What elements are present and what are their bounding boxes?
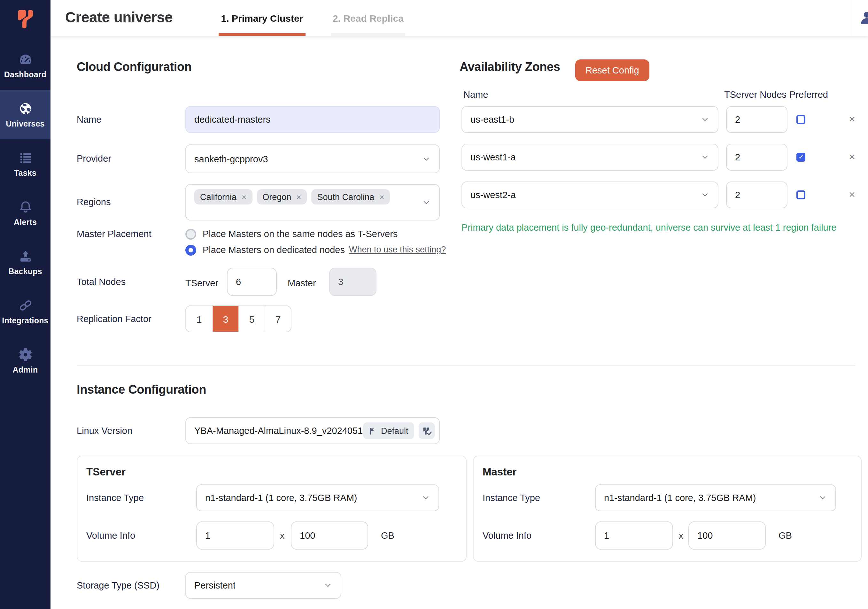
name-value: dedicated-masters [194,115,271,125]
az-node-count-input[interactable]: 2 [726,144,787,170]
sidebar-item-backups[interactable]: Backups [0,238,51,287]
sidebar-item-universes[interactable]: Universes [0,90,51,139]
sidebar-item-label: Tasks [14,169,36,178]
rf-option-5[interactable]: 5 [239,306,265,332]
rf-option-7[interactable]: 7 [265,306,291,332]
remove-az-icon[interactable] [849,114,855,125]
name-label: Name [77,113,101,126]
chevron-down-icon [701,153,710,162]
master-card-title: Master [482,466,516,478]
tserver-volume-count-value: 1 [205,530,210,541]
az-node-count-input[interactable]: 2 [726,181,787,208]
tserver-count-value: 6 [236,277,241,287]
gauge-icon [17,52,33,67]
radio-same-nodes-label: Place Masters on the same nodes as T-Ser… [203,228,398,240]
globe-icon [17,101,33,116]
master-count-input: 3 [329,268,377,296]
active-tab-underline [219,33,305,36]
az-preferred-checkbox[interactable] [797,153,805,162]
chevron-down-icon [422,198,431,207]
regions-label: Regions [77,195,110,208]
az-column-tserver-nodes: TServer Nodes [724,90,786,100]
linux-version-field[interactable]: YBA-Managed-AlmaLinux-8.9_v20240515 Defa… [185,417,440,444]
az-node-count-value: 2 [735,115,740,125]
regions-multiselect[interactable]: California Oregon South Carolina [185,184,440,220]
az-preferred-checkbox[interactable] [797,191,805,199]
tserver-volume-info-label: Volume Info [86,529,135,542]
remove-az-icon[interactable] [849,152,855,162]
replication-factor-selector: 1 3 5 7 [185,305,291,332]
sidebar-item-admin[interactable]: Admin [0,336,51,385]
storage-type-select[interactable]: Persistent [185,572,341,599]
remove-region-icon[interactable] [379,192,384,201]
name-input[interactable]: dedicated-masters [185,106,440,133]
yugabyte-logo-icon [13,6,38,32]
remove-az-icon[interactable] [849,189,855,200]
az-zone-select[interactable]: us-west2-a [462,181,718,208]
region-chips: California Oregon South Carolina [194,189,390,205]
tab-primary-cluster[interactable]: 1. Primary Cluster [219,0,305,36]
tab-label: 2. Read Replica [333,12,404,23]
master-instance-type-value: n1-standard-1 (1 core, 3.75GB RAM) [604,493,756,503]
default-badge-label: Default [381,426,408,435]
sidebar-item-dashboard[interactable]: Dashboard [0,41,51,90]
tserver-card-title: TServer [86,466,126,478]
bell-icon [17,199,33,215]
sidebar-item-label: Backups [8,267,42,276]
master-placement-label: Master Placement [77,228,152,240]
master-instance-type-select[interactable]: n1-standard-1 (1 core, 3.75GB RAM) [595,484,836,511]
region-chip: Oregon [257,189,307,205]
chevron-down-icon [421,493,430,502]
az-zone-value: us-west1-a [470,152,516,162]
radio-same-nodes[interactable] [185,229,196,240]
region-chip-label: Oregon [262,192,291,201]
remove-region-icon[interactable] [296,192,301,201]
rf-option-1[interactable]: 1 [186,306,212,332]
inactive-tab-underline [331,33,405,36]
cloud-configuration-title: Cloud Configuration [77,60,192,74]
reset-config-button[interactable]: Reset Config [575,59,649,81]
master-volume-size-value: 100 [698,530,713,541]
sidebar-item-tasks[interactable]: Tasks [0,139,51,189]
tserver-volume-size-input[interactable]: 100 [291,521,368,550]
tserver-count-label: TServer [185,277,218,289]
remove-region-icon[interactable] [242,192,246,201]
az-column-name: Name [463,90,488,100]
radio-dedicated-nodes[interactable] [185,245,196,256]
when-to-use-link[interactable]: When to use this setting? [349,245,446,254]
tserver-count-input[interactable]: 6 [227,268,277,296]
sidebar-item-integrations[interactable]: Integrations [0,287,51,336]
master-volume-count-input[interactable]: 1 [595,521,673,550]
tserver-volume-count-input[interactable]: 1 [196,521,274,550]
region-chip-label: South Carolina [317,192,375,201]
master-volume-size-input[interactable]: 100 [688,521,766,550]
section-divider [77,365,855,366]
master-volume-count-value: 1 [604,530,609,541]
provider-value: sanketh-gcpprov3 [194,154,268,164]
chevron-down-icon [701,191,710,199]
sidebar-item-label: Admin [13,366,38,375]
sidebar-nav: Dashboard Universes [0,41,51,385]
az-node-count-input[interactable]: 2 [726,106,787,133]
sidebar-item-alerts[interactable]: Alerts [0,189,51,238]
az-preferred-checkbox[interactable] [797,115,805,124]
tab-label: 1. Primary Cluster [221,12,303,23]
az-zone-value: us-east1-b [470,115,514,125]
tab-read-replica[interactable]: 2. Read Replica [331,0,405,36]
geo-redundancy-status: Primary data placement is fully geo-redu… [462,222,837,232]
gear-icon [17,347,33,362]
header: Create universe 1. Primary Cluster 2. Re… [51,0,868,36]
provider-select[interactable]: sanketh-gcpprov3 [185,144,440,173]
total-nodes-label: Total Nodes [77,276,126,288]
tserver-volume-unit: GB [381,530,394,541]
az-zone-select[interactable]: us-east1-b [462,106,718,133]
sidebar: Dashboard Universes [0,0,51,609]
az-zone-value: us-west2-a [470,190,516,200]
integrations-icon [17,298,33,313]
az-zone-select[interactable]: us-west1-a [462,144,718,170]
volume-times-separator: x [679,530,683,541]
tserver-instance-type-select[interactable]: n1-standard-1 (1 core, 3.75GB RAM) [196,484,439,511]
volume-times-separator: x [280,530,284,541]
user-avatar-icon[interactable] [859,9,868,26]
rf-option-3[interactable]: 3 [212,306,239,332]
